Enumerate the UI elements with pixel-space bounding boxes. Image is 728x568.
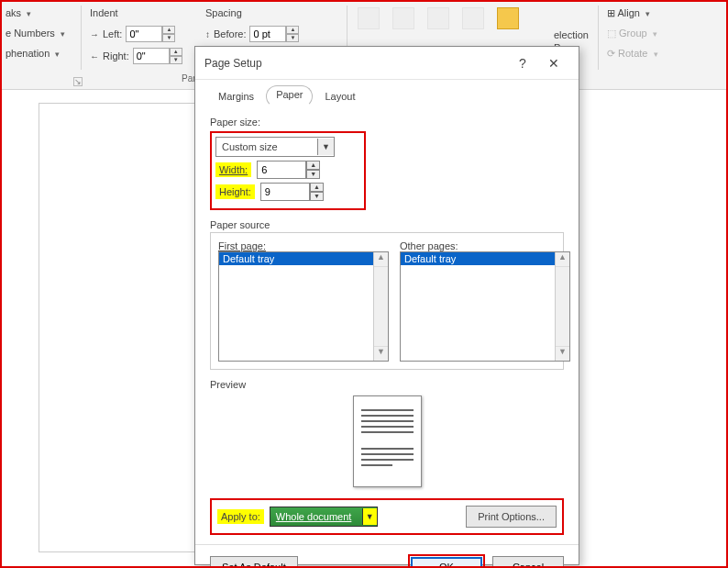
spin-down-icon[interactable]: ▼ xyxy=(306,170,320,179)
close-button[interactable]: ✕ xyxy=(538,50,569,77)
spacing-label: Spacing xyxy=(205,7,242,18)
scroll-down-icon[interactable]: ▼ xyxy=(556,346,569,361)
cancel-button[interactable]: Cancel xyxy=(492,556,564,568)
selection-pane-icon[interactable] xyxy=(497,7,519,29)
print-options-button[interactable]: Print Options... xyxy=(466,506,557,528)
selection-pane-label[interactable]: election xyxy=(554,29,589,40)
spin-up-icon[interactable]: ▲ xyxy=(286,26,299,34)
chevron-down-icon[interactable]: ▼ xyxy=(362,508,377,525)
wrap-text-icon xyxy=(392,7,414,29)
dialog-title: Page Setup xyxy=(204,57,262,70)
position-icon xyxy=(358,7,380,29)
apply-to-label: Apply to: xyxy=(217,509,264,524)
send-backward-icon xyxy=(462,7,484,29)
indent-right-spinner[interactable]: ▲▼ xyxy=(133,48,182,64)
scrollbar[interactable]: ▲▼ xyxy=(555,252,569,361)
paper-source-label: Paper source xyxy=(210,219,564,230)
preview-label: Preview xyxy=(210,379,564,390)
line-numbers-button[interactable]: e Numbers xyxy=(6,28,65,39)
first-page-listbox[interactable]: Default tray ▲▼ xyxy=(218,251,389,362)
paper-size-select[interactable]: Custom size ▼ xyxy=(215,137,335,157)
tab-layout[interactable]: Layout xyxy=(313,85,367,107)
spacing-before-spinner[interactable]: ▲▼ xyxy=(249,26,299,42)
spin-down-icon[interactable]: ▼ xyxy=(310,192,324,201)
spin-down-icon[interactable]: ▼ xyxy=(170,56,182,64)
page-setup-dialog: Page Setup ? ✕ Margins Paper Layout Pape… xyxy=(194,46,579,565)
other-pages-listbox[interactable]: Default tray ▲▼ xyxy=(400,251,570,362)
spin-down-icon[interactable]: ▼ xyxy=(162,34,175,42)
indent-label: Indent xyxy=(90,7,118,18)
ok-button[interactable]: OK xyxy=(411,557,482,568)
chevron-down-icon[interactable]: ▼ xyxy=(317,139,334,155)
spin-up-icon[interactable]: ▲ xyxy=(162,26,175,34)
apply-to-value: Whole document xyxy=(276,511,352,522)
paper-size-value: Custom size xyxy=(222,141,278,152)
help-button[interactable]: ? xyxy=(507,50,538,77)
group-button: ⬚ Group xyxy=(607,28,657,39)
breaks-button[interactable]: aks xyxy=(6,7,31,18)
apply-to-select[interactable]: Whole document ▼ xyxy=(270,507,378,527)
first-page-label: First page: xyxy=(218,240,389,251)
dialog-footer: Set As Default OK Cancel xyxy=(195,544,579,568)
tab-margins[interactable]: Margins xyxy=(206,85,266,107)
spin-up-icon[interactable]: ▲ xyxy=(310,183,324,192)
separator xyxy=(598,6,599,70)
arrange-icons xyxy=(358,7,519,29)
spacing-before-row: ↕Before: ▲▼ xyxy=(205,26,299,42)
spin-up-icon[interactable]: ▲ xyxy=(170,48,182,56)
list-item[interactable]: Default tray xyxy=(219,252,388,265)
hyphenation-button[interactable]: phenation xyxy=(6,48,60,59)
width-label: Width: xyxy=(215,162,251,177)
scroll-down-icon[interactable]: ▼ xyxy=(374,346,388,361)
indent-left-row: →Left: ▲▼ xyxy=(90,26,175,42)
height-input[interactable] xyxy=(260,183,310,201)
tab-paper[interactable]: Paper xyxy=(266,85,313,107)
other-pages-label: Other pages: xyxy=(400,240,570,251)
paper-size-highlight: Custom size ▼ Width: ▲▼ Height: ▲▼ xyxy=(210,131,366,210)
list-item[interactable]: Default tray xyxy=(401,252,569,265)
indent-right-row: ←Right: ▲▼ xyxy=(90,48,182,64)
height-label: Height: xyxy=(215,184,255,199)
indent-left-spinner[interactable]: ▲▼ xyxy=(126,26,175,42)
apply-row-highlight: Apply to: Whole document ▼ Print Options… xyxy=(210,498,564,535)
dialog-titlebar: Page Setup ? ✕ xyxy=(195,47,579,80)
rotate-button: ⟳ Rotate xyxy=(607,48,658,60)
align-button[interactable]: ⊞ Align xyxy=(607,7,650,19)
scroll-up-icon[interactable]: ▲ xyxy=(374,252,388,267)
paper-size-label: Paper size: xyxy=(210,117,564,128)
paper-source-group: First page: Default tray ▲▼ Other pages:… xyxy=(210,232,564,370)
dialog-launcher-icon[interactable]: ↘ xyxy=(73,77,83,86)
scrollbar[interactable]: ▲▼ xyxy=(373,252,388,361)
set-as-default-button[interactable]: Set As Default xyxy=(210,556,298,568)
ok-highlight: OK xyxy=(408,554,485,568)
separator xyxy=(81,6,82,70)
bring-forward-icon xyxy=(427,7,449,29)
width-spinner[interactable]: ▲▼ xyxy=(257,161,320,179)
width-input[interactable] xyxy=(257,161,306,179)
preview-page-icon xyxy=(353,395,422,487)
spin-up-icon[interactable]: ▲ xyxy=(306,161,320,170)
height-spinner[interactable]: ▲▼ xyxy=(260,183,324,201)
scroll-up-icon[interactable]: ▲ xyxy=(556,252,569,267)
preview-area xyxy=(210,390,564,498)
spin-down-icon[interactable]: ▼ xyxy=(286,34,299,42)
tab-strip: Margins Paper Layout xyxy=(195,80,579,107)
